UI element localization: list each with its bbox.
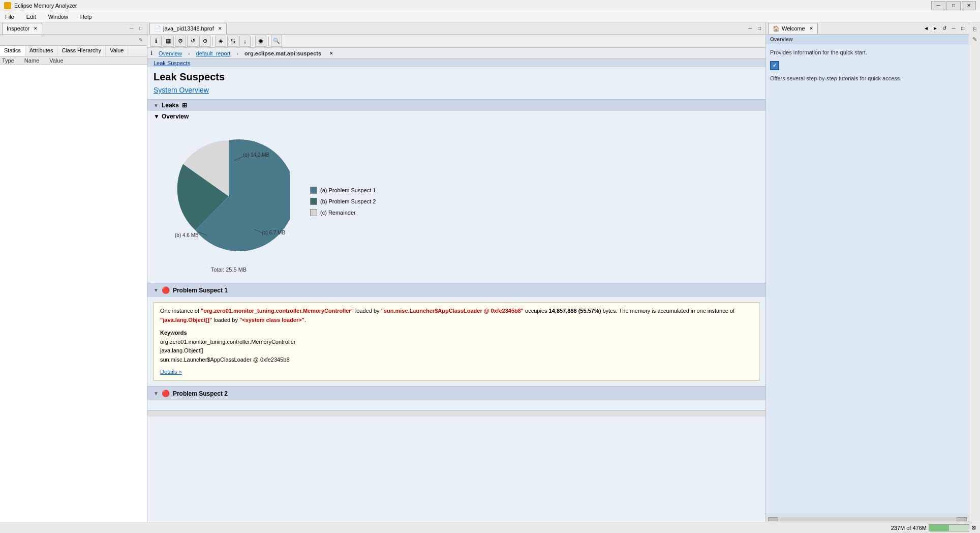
welcome-h-scrollbar[interactable] <box>766 516 969 522</box>
pie-chart: (a) 14.2 MB (b) 4.6 MB (c) 6.7 MB Total:… <box>168 130 290 273</box>
app-icon <box>4 2 11 9</box>
inspector-close-icon[interactable]: ✕ <box>34 26 38 31</box>
inspector-tab-statics[interactable]: Statics <box>0 46 25 56</box>
problem-1-keywords: Keywords org.zero01.monitor_tuning.contr… <box>160 329 753 364</box>
center-h-scrollbar[interactable] <box>147 410 765 417</box>
center-maximize-btn[interactable]: □ <box>755 24 763 33</box>
problem-1-description: One instance of "org.zero01.monitor_tuni… <box>160 307 753 324</box>
system-overview-link[interactable]: System Overview <box>147 85 765 99</box>
inspector-maximize-icon[interactable]: □ <box>137 24 145 33</box>
toolbar-arrow-btn[interactable]: ⇆ <box>227 36 238 47</box>
chart-legend: (a) Problem Suspect 1 (b) Problem Suspec… <box>310 187 376 216</box>
subtab-close-icon[interactable]: ✕ <box>329 51 333 56</box>
legend-label-b: (b) Problem Suspect 2 <box>320 198 376 204</box>
toolbar-sep-1 <box>212 37 213 46</box>
menu-help[interactable]: Help <box>77 13 95 21</box>
col-name: Name <box>24 57 39 64</box>
toolbar-circle-btn[interactable]: ◉ <box>255 36 266 47</box>
subtab-api-suspects[interactable]: org.eclipse.mat.api:suspects <box>240 49 325 57</box>
titlebar-left: Eclipse Memory Analyzer <box>4 2 77 9</box>
toolbar-histogram-btn[interactable]: ▦ <box>163 36 174 47</box>
col-type: Type <box>2 57 14 64</box>
center-panel: 📄 java_pid13348.hprof ✕ ─ □ ℹ ▦ ⚙ ↺ ⊕ ◈ … <box>147 22 765 522</box>
legend-item-c: (c) Remainder <box>310 209 376 216</box>
legend-color-b <box>310 198 317 205</box>
minimize-button[interactable]: ─ <box>931 1 945 10</box>
inspector-edit-icon[interactable]: ✎ <box>137 36 145 44</box>
problem-1-toggle: ▼ <box>154 287 159 293</box>
inspector-toolbar: ✎ <box>0 35 147 46</box>
center-minimize-btn[interactable]: ─ <box>746 24 754 33</box>
col-value: Value <box>49 57 63 64</box>
toolbar-sep-2 <box>253 37 253 46</box>
hprof-close-icon[interactable]: ✕ <box>218 26 222 31</box>
welcome-icon-row: ✓ <box>766 59 969 72</box>
menu-file[interactable]: File <box>2 13 17 21</box>
overview-subsection-label: Overview <box>162 113 189 120</box>
overview-subsection-header[interactable]: ▼ Overview <box>147 111 765 120</box>
welcome-minimize-btn[interactable]: ─ <box>950 24 958 33</box>
toolbar-sep-3 <box>268 37 269 46</box>
legend-color-a <box>310 187 317 194</box>
toolbar-report-btn[interactable]: ⊕ <box>199 36 210 47</box>
welcome-check-icon: ✓ <box>770 61 779 70</box>
inspector-tab-class-hierarchy[interactable]: Class Hierarchy <box>57 46 106 56</box>
toolbar-oql-btn[interactable]: ◈ <box>215 36 226 47</box>
toolbar-thread-btn[interactable]: ⚙ <box>175 36 186 47</box>
legend-color-c <box>310 209 317 216</box>
hprof-file-tab[interactable]: 📄 java_pid13348.hprof ✕ <box>149 23 227 34</box>
close-button[interactable]: ✕ <box>962 1 976 10</box>
toolbar-search-btn[interactable]: 🔍 <box>271 36 282 47</box>
menu-window[interactable]: Window <box>45 13 71 21</box>
welcome-close-icon[interactable]: ✕ <box>809 26 813 31</box>
maximize-button[interactable]: □ <box>946 1 961 10</box>
size-value: 14,857,888 (55.57%) <box>549 308 601 314</box>
inspector-tab-value[interactable]: Value <box>106 46 128 56</box>
scrollbar-right-btn[interactable] <box>957 517 967 521</box>
center-content: Leak Suspects Leak Suspects System Overv… <box>147 59 765 522</box>
welcome-overview-row: Overview <box>766 35 969 44</box>
sysloader-link[interactable]: "<system class loader>" <box>239 317 304 323</box>
problem-2-title: Problem Suspect 2 <box>173 390 228 397</box>
gc-icon[interactable]: ⊠ <box>971 524 976 531</box>
titlebar-buttons[interactable]: ─ □ ✕ <box>931 1 976 10</box>
welcome-content: Overview Provides information for the qu… <box>766 35 969 516</box>
inspector-column-headers: Type Name Value <box>0 56 147 65</box>
inspector-minimize-icon[interactable]: ─ <box>128 24 136 33</box>
center-subtabs: ℹ Overview › default_report › org.eclips… <box>147 48 765 59</box>
subtab-overview[interactable]: Overview <box>155 49 186 57</box>
memory-controller-link[interactable]: "org.zero01.monitor_tuning.controller.Me… <box>201 308 354 314</box>
scrollbar-track[interactable] <box>778 517 957 521</box>
inspector-tab[interactable]: Inspector ✕ <box>2 23 42 34</box>
toolbar-refresh-btn[interactable]: ↺ <box>187 36 198 47</box>
memory-bar <box>929 524 969 531</box>
welcome-nav-refresh[interactable]: ↺ <box>940 24 948 33</box>
right-tool-edit[interactable]: ✎ <box>970 35 979 44</box>
problem-suspect-1-header[interactable]: ▼ 🔴 Problem Suspect 1 <box>147 283 765 297</box>
welcome-maximize-btn[interactable]: □ <box>959 24 967 33</box>
menubar: File Edit Window Help <box>0 11 980 22</box>
app-classloader-link[interactable]: "sun.misc.Launcher$AppClassLoader @ 0xfe… <box>381 308 524 314</box>
object-array-link[interactable]: "java.lang.Object[]" <box>160 317 212 323</box>
toolbar-info-btn[interactable]: ℹ <box>150 36 162 47</box>
main-layout: Inspector ✕ ─ □ ✎ Statics Attributes Cla… <box>0 22 980 522</box>
legend-label-a: (a) Problem Suspect 1 <box>320 187 376 193</box>
problem-suspect-1-content: One instance of "org.zero01.monitor_tuni… <box>154 302 759 381</box>
breadcrumb-link[interactable]: Leak Suspects <box>154 60 190 66</box>
inspector-tab-attributes[interactable]: Attributes <box>25 46 57 56</box>
welcome-nav-fwd[interactable]: ► <box>931 24 939 33</box>
leaks-section-header[interactable]: ▼ Leaks ⊞ <box>147 99 765 111</box>
scrollbar-left-btn[interactable] <box>768 517 778 521</box>
problem-suspect-2-header[interactable]: ▼ 🔴 Problem Suspect 2 <box>147 386 765 400</box>
welcome-scroll-area <box>766 84 969 339</box>
welcome-nav-back[interactable]: ◄ <box>922 24 930 33</box>
toolbar-down-btn[interactable]: ↓ <box>239 36 251 47</box>
right-tool-copy[interactable]: ⎘ <box>970 24 979 34</box>
details-link[interactable]: Details » <box>160 368 182 377</box>
subtab-default-report[interactable]: default_report <box>192 49 235 57</box>
chart-container: (a) 14.2 MB (b) 4.6 MB (c) 6.7 MB Total:… <box>147 120 765 283</box>
keyword-1: org.zero01.monitor_tuning.controller.Mem… <box>160 338 753 347</box>
menu-edit[interactable]: Edit <box>23 13 39 21</box>
welcome-tab[interactable]: 🏠 Welcome ✕ <box>768 23 818 34</box>
welcome-panel: 🏠 Welcome ✕ ◄ ► ↺ ─ □ Overview Provides <box>765 22 969 522</box>
